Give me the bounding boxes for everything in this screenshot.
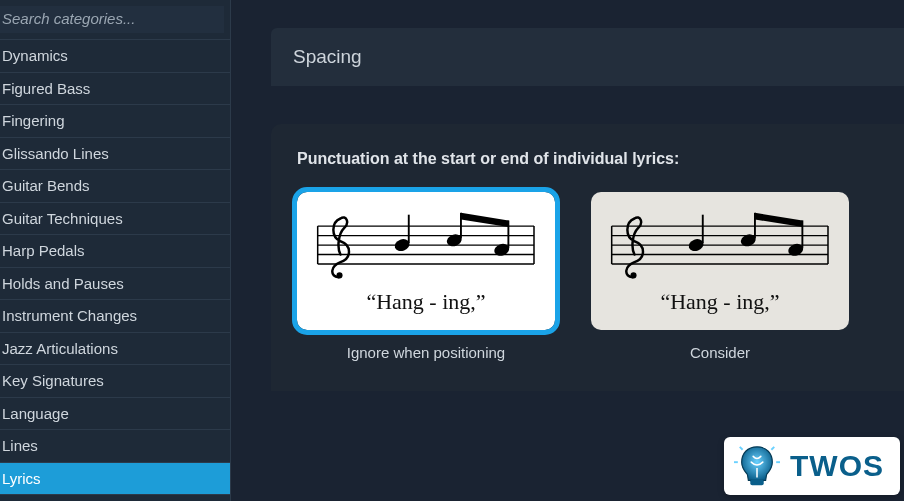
sidebar-item-dynamics[interactable]: Dynamics <box>0 40 230 73</box>
sidebar-item-glissando-lines[interactable]: Glissando Lines <box>0 138 230 171</box>
option-card-0: “Hang - ing,”Ignore when positioning <box>297 192 555 361</box>
sidebar-item-lyrics[interactable]: Lyrics <box>0 463 230 496</box>
options-row: “Hang - ing,”Ignore when positioning“Han… <box>297 192 878 361</box>
svg-point-22 <box>631 272 637 278</box>
sidebar-item-figured-bass[interactable]: Figured Bass <box>0 73 230 106</box>
search-wrapper <box>0 0 230 40</box>
main-panel: Spacing Punctuation at the start or end … <box>231 0 904 501</box>
staff-preview <box>312 209 540 287</box>
option-card-1: “Hang - ing,”Consider <box>591 192 849 361</box>
svg-rect-30 <box>750 479 763 485</box>
svg-line-35 <box>771 447 774 450</box>
lyric-sample: “Hang - ing,” <box>366 289 485 315</box>
sidebar-item-jazz-articulations[interactable]: Jazz Articulations <box>0 333 230 366</box>
search-input[interactable] <box>0 6 224 33</box>
sidebar-item-harp-pedals[interactable]: Harp Pedals <box>0 235 230 268</box>
sidebar-item-instrument-changes[interactable]: Instrument Changes <box>0 300 230 333</box>
sidebar-item-guitar-techniques[interactable]: Guitar Techniques <box>0 203 230 236</box>
lyric-sample: “Hang - ing,” <box>660 289 779 315</box>
sidebar-item-lines[interactable]: Lines <box>0 430 230 463</box>
option-tile-ignore[interactable]: “Hang - ing,” <box>297 192 555 330</box>
category-list: DynamicsFigured BassFingeringGlissando L… <box>0 40 230 501</box>
app-root: DynamicsFigured BassFingeringGlissando L… <box>0 0 904 501</box>
sidebar-item-holds-and-pauses[interactable]: Holds and Pauses <box>0 268 230 301</box>
sidebar-item-guitar-bends[interactable]: Guitar Bends <box>0 170 230 203</box>
lightbulb-icon <box>734 443 780 489</box>
setting-label: Punctuation at the start or end of indiv… <box>297 150 878 168</box>
sidebar: DynamicsFigured BassFingeringGlissando L… <box>0 0 231 501</box>
staff-preview <box>606 209 834 287</box>
section-header: Spacing <box>271 28 904 86</box>
svg-line-34 <box>740 447 743 450</box>
sidebar-item-fingering[interactable]: Fingering <box>0 105 230 138</box>
option-caption: Consider <box>690 344 750 361</box>
svg-marker-29 <box>755 213 802 227</box>
sidebar-item-language[interactable]: Language <box>0 398 230 431</box>
watermark-text: TWOS <box>790 449 884 483</box>
svg-point-7 <box>337 272 343 278</box>
option-tile-consider[interactable]: “Hang - ing,” <box>591 192 849 330</box>
svg-marker-14 <box>461 213 508 227</box>
sidebar-item-key-signatures[interactable]: Key Signatures <box>0 365 230 398</box>
option-caption: Ignore when positioning <box>347 344 505 361</box>
settings-panel: Punctuation at the start or end of indiv… <box>271 124 904 391</box>
watermark-badge: TWOS <box>724 437 900 495</box>
